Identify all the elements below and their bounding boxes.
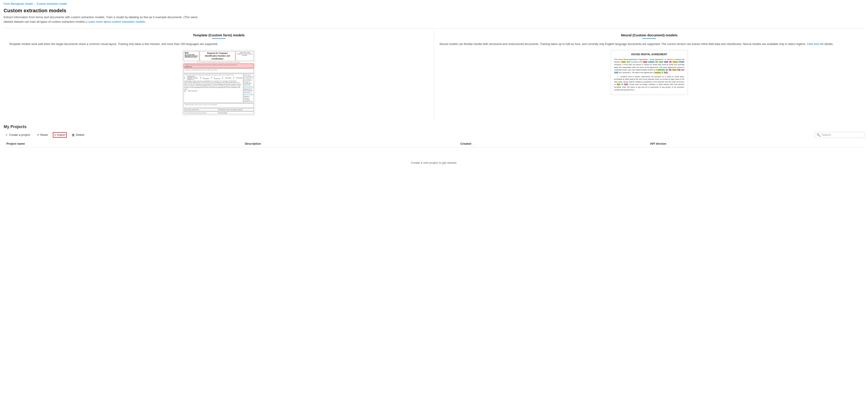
plus-icon: ＋ xyxy=(5,133,8,137)
col-api-version: API Version xyxy=(647,140,864,147)
empty-state: Create a new project to get started. xyxy=(4,147,864,178)
delete-icon: 🗑 xyxy=(72,133,75,137)
sort-icon: ↓ xyxy=(473,143,474,145)
template-model-desc: Template models work well when the targe… xyxy=(9,42,429,46)
search-container[interactable]: 🔍 xyxy=(814,132,864,138)
template-model-column: Template (Custom form) models Template m… xyxy=(4,29,434,120)
share-button[interactable]: ↗ Share xyxy=(35,132,50,138)
projects-table: Project name Description Created ↓ API V… xyxy=(4,140,864,147)
neural-model-column: Neural (Custom document) models Neural m… xyxy=(434,29,865,120)
projects-toolbar: ＋ Create a project ↗ Share ⎋ Import 🗑 De… xyxy=(4,132,864,138)
projects-section: My Projects ＋ Create a project ↗ Share ⎋… xyxy=(0,120,868,178)
breadcrumb-current: Custom extraction model xyxy=(36,2,67,5)
search-icon: 🔍 xyxy=(816,133,820,137)
col-created[interactable]: Created ↓ xyxy=(458,140,647,147)
toolbar-left: ＋ Create a project ↗ Share ⎋ Import 🗑 De… xyxy=(4,132,86,138)
w9-form-mockup: W-9 Rev. October 2018 Department of the … xyxy=(182,50,255,115)
neural-model-image: HOUSE RENTAL AGREEMENT This House Rental… xyxy=(440,50,859,95)
template-model-image: W-9 Rev. October 2018 Department of the … xyxy=(9,50,429,115)
rental-title: HOUSE RENTAL AGREEMENT xyxy=(614,53,684,56)
click-here-link[interactable]: Click here xyxy=(807,42,820,46)
w9-address-field: 5 Address (number, street, and apt. or s… xyxy=(184,103,254,108)
template-model-divider xyxy=(212,38,225,39)
import-icon: ⎋ xyxy=(54,133,56,137)
import-button[interactable]: ⎋ Import xyxy=(53,132,67,138)
breadcrumb-separator: › xyxy=(34,2,35,5)
share-icon: ↗ xyxy=(36,133,39,137)
learn-more-link[interactable]: Learn more about custom extraction model… xyxy=(88,20,146,23)
col-project-name: Project name xyxy=(4,140,242,147)
models-section: Template (Custom form) models Template m… xyxy=(4,28,864,120)
rental-body: This House Rental Agreement ("Agreement,… xyxy=(614,58,684,91)
page-header: Custom extraction models Extract informa… xyxy=(0,7,868,26)
w9-biz-field: 2 Business name/disregarded entity name,… xyxy=(184,68,254,73)
projects-title: My Projects xyxy=(4,124,864,129)
template-model-title: Template (Custom form) models xyxy=(9,33,429,37)
page-title: Custom extraction models xyxy=(4,8,864,13)
w9-form-label: W-9 Rev. October 2018 Department of the … xyxy=(184,51,199,61)
breadcrumb-home[interactable]: Form Recognizer Studio xyxy=(4,2,33,5)
w9-give-box: Give Form to the requester. Do not send … xyxy=(236,51,254,61)
neural-model-desc: Neural models can flexibly handle both s… xyxy=(440,42,859,46)
search-input[interactable] xyxy=(822,133,862,137)
w9-name-field: 1 Name (as shown on your income tax retu… xyxy=(184,64,254,68)
neural-model-title: Neural (Custom document) models xyxy=(440,33,859,37)
create-project-button[interactable]: ＋ Create a project xyxy=(4,132,32,138)
col-description: Description xyxy=(242,140,458,147)
neural-model-divider xyxy=(643,38,656,39)
breadcrumb: Form Recognizer Studio › Custom extracti… xyxy=(0,0,868,7)
w9-form-title: Request for Taxpayer Identification Numb… xyxy=(199,51,235,61)
delete-button[interactable]: 🗑 Delete xyxy=(70,132,86,138)
page-description: Extract information from forms and docum… xyxy=(4,15,208,24)
w9-subtitle: ► Go to www.irs.gov/FormW9 for instructi… xyxy=(184,62,254,63)
rental-agreement-mockup: HOUSE RENTAL AGREEMENT This House Rental… xyxy=(611,50,688,95)
